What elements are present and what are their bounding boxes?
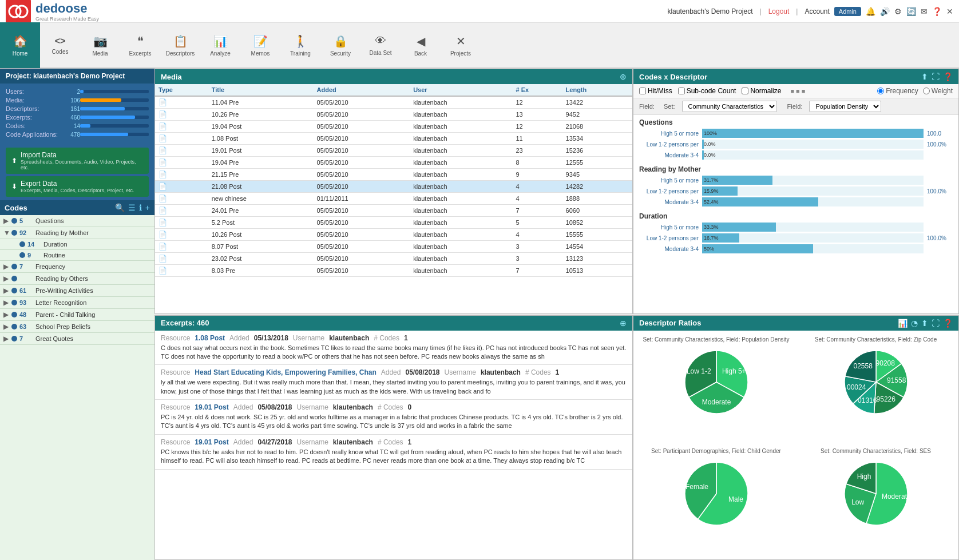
col-ex[interactable]: # Ex — [513, 84, 562, 96]
codes-add-icon[interactable]: + — [145, 203, 150, 212]
excerpt-text: C does not say what occurs next in the b… — [161, 344, 627, 362]
nav-training[interactable]: 🚶 Training — [280, 22, 320, 68]
code-item[interactable]: ▶ 61 Pre-Writing Activities — [0, 285, 154, 297]
col-title[interactable]: Title — [208, 84, 314, 96]
table-row[interactable]: 📄 21.08 Post 05/05/2010 klautenbach 4 14… — [155, 181, 632, 193]
code-item[interactable]: ▶ Reading by Others — [0, 273, 154, 285]
table-row[interactable]: 📄 new chinese 01/11/2011 klautenbach 4 1… — [155, 193, 632, 205]
cd-upload-icon[interactable]: ⬆ — [921, 72, 928, 81]
analyze-icon: 📊 — [213, 34, 228, 48]
frequency-option[interactable]: Frequency — [877, 87, 918, 95]
code-name: Reading by Mother — [35, 229, 89, 236]
code-color-dot — [11, 264, 17, 269]
frequency-radio[interactable] — [877, 88, 884, 94]
table-row[interactable]: 📄 1.08 Post 05/05/2010 klautenbach 11 13… — [155, 133, 632, 145]
project-name-label: klautenbach's Demo Project — [667, 7, 752, 15]
cd-expand-icon[interactable]: ⛶ — [932, 72, 940, 81]
table-row[interactable]: 📄 21.15 Pre 05/05/2010 klautenbach 9 934… — [155, 169, 632, 181]
table-row[interactable]: 📄 8.03 Pre 05/05/2010 klautenbach 7 1051… — [155, 265, 632, 277]
table-row[interactable]: 📄 10.26 Post 05/05/2010 klautenbach 4 15… — [155, 229, 632, 241]
pie-chart: ModerateLowHigh — [839, 456, 913, 531]
code-item[interactable]: ▶ 5 Questions — [0, 215, 154, 227]
set-select[interactable]: Community Characteristics — [682, 101, 777, 112]
col-added[interactable]: Added — [314, 84, 410, 96]
code-item[interactable]: ▶ 63 School Prep Beliefs — [0, 321, 154, 333]
dr-expand-icon[interactable]: ⛶ — [932, 319, 940, 328]
col-user[interactable]: User — [410, 84, 512, 96]
username-value: klautenbach — [333, 438, 373, 446]
nav-security[interactable]: 🔒 Security — [320, 22, 360, 68]
sync-icon[interactable]: 🔄 — [906, 7, 916, 16]
list-item[interactable]: Resource 19.01 Post Added 05/08/2018 Use… — [155, 400, 632, 435]
code-item[interactable]: 9 Routine — [0, 250, 154, 261]
help-icon[interactable]: ❓ — [932, 7, 942, 16]
dr-pie-icon[interactable]: ◔ — [911, 319, 918, 328]
table-row[interactable]: 📄 19.01 Post 05/05/2010 klautenbach 23 1… — [155, 145, 632, 157]
col-type[interactable]: Type — [155, 84, 208, 96]
nav-dataset[interactable]: 👁 Data Set — [360, 22, 401, 68]
code-item[interactable]: 14 Duration — [0, 239, 154, 250]
settings-icon[interactable]: ⚙ — [894, 7, 902, 16]
cd-bar-label: Moderate 3-4 — [639, 246, 702, 252]
import-button[interactable]: ⬆ Import Data Spreadsheets, Documents, A… — [6, 148, 149, 174]
admin-button[interactable]: Admin — [834, 7, 861, 16]
cd-bar-pct: 33.3% — [704, 224, 719, 230]
cell-title: 24.01 Pre — [208, 205, 314, 217]
codes-value: 0 — [408, 403, 412, 411]
field-select[interactable]: Population Density — [809, 101, 881, 112]
table-row[interactable]: 📄 19.04 Post 05/05/2010 klautenbach 12 2… — [155, 121, 632, 133]
table-row[interactable]: 📄 24.01 Pre 05/05/2010 klautenbach 7 606… — [155, 205, 632, 217]
table-row[interactable]: 📄 11.04 Pre 05/05/2010 klautenbach 12 13… — [155, 96, 632, 109]
subcode-option[interactable]: Sub-code Count — [678, 87, 736, 95]
hitmiss-checkbox[interactable] — [639, 88, 646, 94]
list-item[interactable]: Resource 1.08 Post Added 05/13/2018 User… — [155, 331, 632, 366]
table-row[interactable]: 📄 23.02 Post 05/05/2010 klautenbach 3 13… — [155, 253, 632, 265]
table-row[interactable]: 📄 5.2 Post 05/05/2010 klautenbach 5 1085… — [155, 217, 632, 229]
nav-back[interactable]: ◀ Back — [401, 22, 441, 68]
excerpts-icon-btn[interactable]: ⊕ — [620, 319, 627, 328]
code-color-dot — [19, 241, 25, 247]
nav-home[interactable]: 🏠 Home — [0, 22, 40, 68]
code-item[interactable]: ▶ 7 Great Quotes — [0, 333, 154, 345]
normalize-option[interactable]: Normalize — [742, 87, 781, 95]
nav-excerpts[interactable]: ❝ Excerpts — [120, 22, 160, 68]
nav-memos[interactable]: 📝 Memos — [240, 22, 280, 68]
bell-icon[interactable]: 🔔 — [866, 7, 875, 16]
dr-upload-icon[interactable]: ⬆ — [921, 319, 928, 328]
table-row[interactable]: 📄 19.04 Pre 05/05/2010 klautenbach 8 125… — [155, 157, 632, 169]
list-item[interactable]: Resource 19.01 Post Added 04/27/2018 Use… — [155, 435, 632, 470]
media-add-icon[interactable]: ⊕ — [620, 72, 627, 81]
codes-filter-icon[interactable]: ☰ — [128, 203, 136, 212]
code-item[interactable]: ▶ 93 Letter Recognition — [0, 297, 154, 309]
sound-icon[interactable]: 🔊 — [880, 7, 890, 16]
code-item[interactable]: ▼ 92 Reading by Mother — [0, 227, 154, 239]
nav-descriptors[interactable]: 📋 Descriptors — [160, 22, 200, 68]
logout-link[interactable]: Logout — [768, 7, 790, 15]
subcode-checkbox[interactable] — [678, 88, 685, 94]
nav-projects[interactable]: ✕ Projects — [441, 22, 481, 68]
weight-radio[interactable] — [923, 88, 930, 94]
dr-chart-icon[interactable]: 📊 — [898, 319, 908, 328]
table-row[interactable]: 📄 10.26 Pre 05/05/2010 klautenbach 13 94… — [155, 109, 632, 121]
stat-bar-area — [80, 132, 149, 137]
nav-analyze[interactable]: 📊 Analyze — [200, 22, 240, 68]
dr-help-icon[interactable]: ❓ — [943, 319, 953, 328]
close-icon[interactable]: ✕ — [946, 7, 953, 16]
normalize-checkbox[interactable] — [742, 88, 748, 94]
nav-codes[interactable]: <> Codes — [40, 22, 80, 68]
weight-option[interactable]: Weight — [923, 87, 953, 95]
code-item[interactable]: ▶ 48 Parent - Child Talking — [0, 309, 154, 321]
account-link[interactable]: Account — [805, 7, 829, 15]
list-item[interactable]: Resource Head Start Educating Kids, Empo… — [155, 365, 632, 400]
codes-info-icon[interactable]: ℹ — [139, 203, 142, 212]
hitmiss-option[interactable]: Hit/Miss — [639, 87, 672, 95]
cd-help-icon[interactable]: ❓ — [943, 72, 953, 81]
code-item[interactable]: ▶ 7 Frequency — [0, 261, 154, 273]
codes-search-icon[interactable]: 🔍 — [115, 203, 125, 212]
nav-media[interactable]: 📷 Media — [80, 22, 120, 68]
col-length[interactable]: Length — [562, 84, 632, 96]
stat-label: Descriptors: — [6, 105, 63, 112]
table-row[interactable]: 📄 8.07 Post 05/05/2010 klautenbach 3 145… — [155, 241, 632, 253]
export-button[interactable]: ⬇ Export Data Excerpts, Media, Codes, De… — [6, 176, 149, 197]
mail-icon[interactable]: ✉ — [921, 7, 928, 16]
